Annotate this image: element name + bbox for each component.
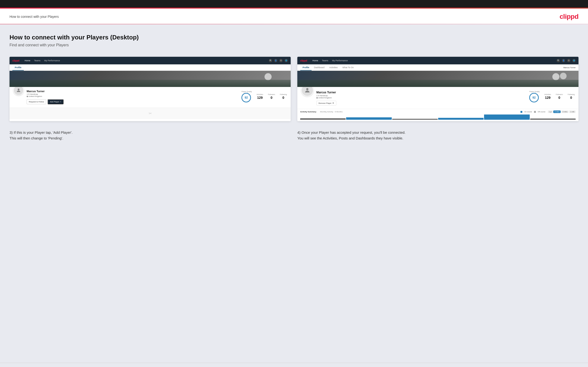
mini-tabs-1: Profile [9, 64, 291, 71]
globe-icon-1[interactable]: 🌐 [285, 59, 288, 62]
activities-stat-1: Activities 129 [257, 94, 263, 100]
following-stat-1: Following 0 [280, 94, 287, 100]
golf-banner-1 [9, 71, 291, 87]
activity-legend: On course Off course [520, 111, 545, 113]
bar-chart-area [297, 115, 579, 121]
settings-icon-1[interactable]: ⚙ [279, 59, 283, 62]
location-icon-2 [316, 97, 318, 99]
close-icon-remove: ✕ [332, 102, 334, 104]
tab-whattoon-2[interactable]: What To On [340, 64, 356, 71]
search-icon-1[interactable]: 🔍 [269, 59, 272, 62]
activities-stat-2: Activities 129 [545, 94, 551, 100]
settings-icon-2[interactable]: ⚙ [567, 59, 571, 62]
user-icon-1[interactable]: 👤 [274, 59, 277, 62]
screenshot-panel-2: clippd Home Teams My Performance 🔍 👤 ⚙ 🌐… [297, 57, 579, 121]
time-btn-3mths[interactable]: 3 mths [561, 110, 569, 113]
player-dropdown[interactable]: Marcus Turner [563, 67, 576, 69]
globe-icon-2[interactable]: 🌐 [572, 59, 576, 62]
mini-logo-1: clippd [12, 59, 19, 62]
tab-profile-2[interactable]: Profile [300, 64, 311, 71]
mini-logo-2: clippd [300, 59, 307, 62]
player-name-1: Marcus Turner [27, 90, 239, 93]
golf-banner-2 [297, 71, 579, 87]
remove-player-button[interactable]: Remove Player ✕ [316, 101, 336, 106]
following-stat-2: Following 0 [568, 94, 575, 100]
activity-period: Monthly Activity · 6 Months [320, 111, 343, 113]
location-icon-1 [27, 96, 28, 97]
on-course-label: On course [524, 111, 532, 113]
mini-nav-home-2[interactable]: Home [311, 57, 320, 64]
time-period-buttons: 1 yr 6 mths 3 mths 1 mth [548, 110, 576, 113]
time-btn-6mths[interactable]: 6 mths [553, 110, 561, 113]
quality-circle-1: 92 [242, 93, 251, 102]
player-handicap-2: 1-5 Handicap [316, 94, 526, 97]
mini-nav-teams-2[interactable]: Teams [320, 57, 330, 64]
mini-nav-teams-1[interactable]: Teams [32, 57, 42, 64]
tab-dashboard-2[interactable]: Dashboard [311, 64, 327, 71]
descriptions-row: 3) If this is your Player tap, 'Add Play… [9, 130, 579, 141]
top-bar [0, 0, 588, 8]
action-buttons-2: Remove Player ✕ [316, 101, 526, 106]
search-icon-2[interactable]: 🔍 [557, 59, 560, 62]
screenshot-panel-1: clippd Home Teams My Performance 🔍 👤 ⚙ 🌐… [9, 57, 291, 121]
profile-section-1: Marcus Turner 1-5 Handicap United Kingdo… [9, 87, 291, 108]
action-buttons-1: Request to Follow Add Player + [27, 99, 239, 104]
player-name-2: Marcus Turner [316, 91, 526, 94]
activity-summary-label: Activity Summary [300, 111, 316, 113]
follow-button-1[interactable]: Request to Follow [27, 99, 46, 104]
bar-6 [530, 118, 576, 120]
svg-point-1 [306, 88, 308, 90]
scissors-icon: ✂ [149, 111, 152, 116]
mini-tabs-2: Profile Dashboard Activities What To On [300, 64, 356, 71]
mini-nav-2: clippd Home Teams My Performance 🔍 👤 ⚙ 🌐 [297, 57, 579, 64]
tab-profile-1[interactable]: Profile [12, 64, 24, 71]
main-content: How to connect with your Players (Deskto… [0, 24, 588, 363]
on-course-legend-dot [520, 111, 522, 113]
user-icon-2[interactable]: 👤 [562, 59, 565, 62]
description-1: 3) If this is your Player tap, 'Add Play… [9, 130, 291, 141]
bar-3 [392, 119, 438, 120]
time-btn-1yr[interactable]: 1 yr [548, 110, 553, 113]
activity-strip-1: ✂ [9, 108, 291, 119]
svg-point-0 [17, 89, 19, 90]
player-location-1: United Kingdom [27, 95, 239, 97]
page-footer: Copyright Clippd 2022 [0, 363, 588, 367]
bar-5 [484, 115, 529, 120]
mini-nav-home-1[interactable]: Home [23, 57, 32, 64]
clippd-logo: clippd [560, 13, 579, 20]
page-header: How to connect with your Players clippd [0, 8, 588, 24]
main-title: How to connect with your Players (Deskto… [9, 34, 579, 41]
followers-stat-1: Followers 0 [268, 94, 275, 100]
page-breadcrumb: How to connect with your Players [9, 15, 59, 18]
mini-nav-icons-2: 🔍 👤 ⚙ 🌐 [557, 59, 576, 62]
player-handicap-1: 1-5 Handicap [27, 93, 239, 95]
off-course-legend-dot [534, 111, 536, 113]
followers-stat-2: Followers 0 [556, 94, 563, 100]
main-subtitle: Find and connect with your Players [9, 43, 579, 47]
off-course-label: Off course [538, 111, 545, 113]
add-player-button[interactable]: Add Player + [48, 99, 63, 104]
screenshots-row: clippd Home Teams My Performance 🔍 👤 ⚙ 🌐… [9, 57, 579, 121]
mini-nav-performance-1[interactable]: My Performance [42, 57, 62, 64]
activity-summary-header: Activity Summary Monthly Activity · 6 Mo… [297, 109, 579, 115]
quality-label-1: Player Quality [242, 91, 252, 92]
bar-4 [438, 118, 484, 120]
tab-activities-2[interactable]: Activities [327, 64, 340, 71]
description-2: 4) Once your Player has accepted your re… [297, 130, 579, 141]
profile-section-2: Marcus Turner 1-5 Handicap United Kingdo… [297, 87, 579, 109]
player-location-2: United Kingdom [316, 97, 526, 99]
bar-1 [300, 118, 346, 120]
time-btn-1mth[interactable]: 1 mth [569, 110, 576, 113]
mini-nav-performance-2[interactable]: My Performance [330, 57, 350, 64]
quality-circle-2: 92 [529, 93, 539, 102]
bar-2 [346, 117, 391, 120]
mini-nav-1: clippd Home Teams My Performance 🔍 👤 ⚙ 🌐 [9, 57, 291, 64]
mini-nav-icons-1: 🔍 👤 ⚙ 🌐 [269, 59, 288, 62]
quality-label-2: Player Quality [529, 91, 540, 92]
